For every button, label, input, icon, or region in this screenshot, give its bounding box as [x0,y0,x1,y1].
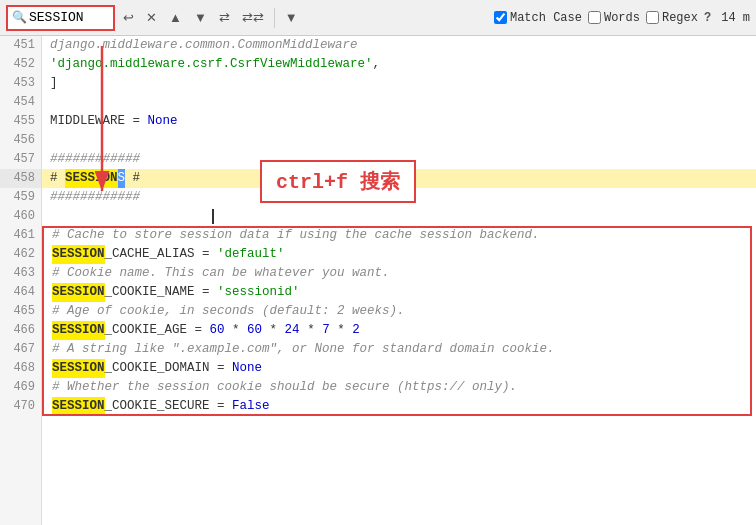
replace-all-button[interactable]: ⇄⇄ [238,8,268,27]
clear-button[interactable]: ✕ [142,8,161,27]
regex-label: Regex [662,11,698,25]
line-number: 465 [0,302,41,321]
annotation-text: ctrl+f 搜索 [276,171,400,194]
code-line: 'django.middleware.csrf.CsrfViewMiddlewa… [42,55,756,74]
line-number: 461 [0,226,41,245]
code-line: SESSION_COOKIE_DOMAIN = None [42,359,756,378]
code-area: 4514524534544554564574584594604614624634… [0,36,756,525]
code-content[interactable]: ctrl+f 搜索 django.middleware.common.Commo… [42,36,756,525]
line-number: 460 [0,207,41,226]
line-number: 451 [0,36,41,55]
match-count: 14 m [721,11,750,25]
line-number: 459 [0,188,41,207]
regex-checkbox[interactable] [646,11,659,24]
line-number: 470 [0,397,41,416]
code-line: MIDDLEWARE = None [42,112,756,131]
next-match-button[interactable]: ▼ [190,8,211,27]
match-case-label: Match Case [510,11,582,25]
search-input[interactable] [29,10,109,25]
toolbar-options: Match Case Words Regex ? 14 m [494,11,750,25]
code-line: # Whether the session cookie should be s… [42,378,756,397]
line-number: 454 [0,93,41,112]
text-cursor [212,209,214,224]
filter-button[interactable]: ▼ [281,8,302,27]
help-icon[interactable]: ? [704,11,711,25]
line-number: 467 [0,340,41,359]
line-number: 452 [0,55,41,74]
code-line: # Cache to store session data if using t… [42,226,756,245]
words-label: Words [604,11,640,25]
replace-button[interactable]: ⇄ [215,8,234,27]
code-line [42,93,756,112]
code-line: # A string like ".example.com", or None … [42,340,756,359]
regex-option[interactable]: Regex [646,11,698,25]
code-line: # Cookie name. This can be whatever you … [42,264,756,283]
line-number: 463 [0,264,41,283]
code-line: SESSION_CACHE_ALIAS = 'default' [42,245,756,264]
line-number: 456 [0,131,41,150]
replace-toggle-button[interactable]: ↩ [119,8,138,27]
code-line: SESSION_COOKIE_NAME = 'sessionid' [42,283,756,302]
match-case-checkbox[interactable] [494,11,507,24]
code-line: ] [42,74,756,93]
line-number: 462 [0,245,41,264]
search-box: 🔍 [6,5,115,31]
words-checkbox[interactable] [588,11,601,24]
annotation-box: ctrl+f 搜索 [260,160,416,203]
code-line: SESSION_COOKIE_SECURE = False [42,397,756,416]
separator [274,8,275,28]
line-number: 457 [0,150,41,169]
code-line: # Age of cookie, in seconds (default: 2 … [42,302,756,321]
code-line [42,131,756,150]
match-case-option[interactable]: Match Case [494,11,582,25]
line-number: 458 [0,169,41,188]
line-number: 455 [0,112,41,131]
line-number: 464 [0,283,41,302]
words-option[interactable]: Words [588,11,640,25]
line-number: 466 [0,321,41,340]
toolbar: 🔍 ↩ ✕ ▲ ▼ ⇄ ⇄⇄ ▼ Match Case Words Regex … [0,0,756,36]
prev-match-button[interactable]: ▲ [165,8,186,27]
code-line [42,207,756,226]
line-number: 453 [0,74,41,93]
line-number: 469 [0,378,41,397]
code-line: django.middleware.common.CommonMiddlewar… [42,36,756,55]
line-numbers: 4514524534544554564574584594604614624634… [0,36,42,525]
search-icon: 🔍 [12,10,27,25]
line-number: 468 [0,359,41,378]
code-line: SESSION_COOKIE_AGE = 60 * 60 * 24 * 7 * … [42,321,756,340]
